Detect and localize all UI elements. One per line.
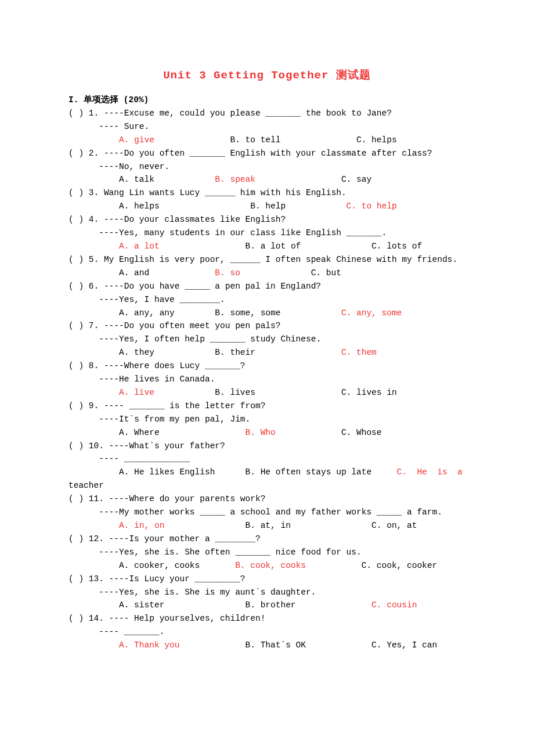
question-stem-2: ---- Sure. <box>68 120 466 134</box>
question-options: A. give B. to tell C. helps <box>68 134 466 147</box>
question-options: A. Thank you B. That`s OK C. Yes, I can <box>68 639 466 652</box>
question: ( ) 4. ----Do your classmates like Engli… <box>68 213 466 253</box>
question-options: A. they B. their C. them <box>68 346 466 359</box>
question-options: A. He likes English B. He often stays up… <box>68 466 466 479</box>
question-stem: ( ) 7. ----Do you often meet you pen pal… <box>68 319 466 333</box>
question-stem-2: ----Yes, I often help _______ study Chin… <box>68 333 466 346</box>
question-options: A. Where B. Who C. Whose <box>68 426 466 440</box>
question: ( ) 7. ----Do you often meet you pen pal… <box>68 319 466 359</box>
question-stem: ( ) 3. Wang Lin wants Lucy ______ him wi… <box>68 186 466 200</box>
question-stem-2: ---- _______. <box>68 625 466 639</box>
question-options: A. and B. so C. but <box>68 267 466 280</box>
question-options: A. any, any B. some, some C. any, some <box>68 307 466 320</box>
question-stem-2: ----No, never. <box>68 160 466 174</box>
page: Unit 3 Getting Together 测试题 I. 单项选择 (20%… <box>0 0 534 756</box>
question: ( ) 10. ----What`s your father? ---- ___… <box>68 440 466 493</box>
question-options: A. talk B. speak C. say <box>68 173 466 186</box>
question-stem: ( ) 2. ----Do you often _______ English … <box>68 147 466 160</box>
question-stem: ( ) 1. ----Excuse me, could you please _… <box>68 107 466 120</box>
question-stem: ( ) 14. ---- Help yourselves, children! <box>68 612 466 625</box>
question-stem-2: ----It`s from my pen pal, Jim. <box>68 413 466 426</box>
question: ( ) 5. My English is very poor, ______ I… <box>68 253 466 280</box>
question-stem-2: ----He lives in Canada. <box>68 373 466 386</box>
question: ( ) 6. ----Do you have _____ a pen pal i… <box>68 280 466 320</box>
question-stem: ( ) 9. ---- _______ is the letter from? <box>68 399 466 413</box>
question-stem: ( ) 5. My English is very poor, ______ I… <box>68 253 466 267</box>
question-options: A. helps B. help C. to help <box>68 200 466 213</box>
question-list: ( ) 1. ----Excuse me, could you please _… <box>68 107 466 652</box>
question-stem-2: ----Yes, many students in our class like… <box>68 226 466 240</box>
question: ( ) 2. ----Do you often _______ English … <box>68 147 466 187</box>
question: ( ) 9. ---- _______ is the letter from? … <box>68 399 466 440</box>
question: ( ) 3. Wang Lin wants Lucy ______ him wi… <box>68 186 466 213</box>
question: ( ) 1. ----Excuse me, could you please _… <box>68 107 466 147</box>
question-options: A. cooker, cooks B. cook, cooks C. cook,… <box>68 559 466 573</box>
question-stem: ( ) 8. ----Where does Lucy _______? <box>68 359 466 373</box>
question: ( ) 12. ----Is your mother a ________? -… <box>68 532 466 573</box>
question-stem-2: ----My mother works _____ a school and m… <box>68 506 466 519</box>
question-stem-2: ----Yes, she is. She is my aunt`s daught… <box>68 586 466 599</box>
question-stem: ( ) 13. ----Is Lucy your _________? <box>68 573 466 586</box>
question: ( ) 11. ----Where do your parents work? … <box>68 492 466 532</box>
question: ( ) 13. ----Is Lucy your _________? ----… <box>68 573 466 613</box>
question-stem: ( ) 4. ----Do your classmates like Engli… <box>68 213 466 226</box>
question-stem: ( ) 12. ----Is your mother a ________? <box>68 532 466 546</box>
question-stem: ( ) 10. ----What`s your father? <box>68 440 466 453</box>
question: ( ) 14. ---- Help yourselves, children! … <box>68 612 466 652</box>
question-options: A. in, on B. at, in C. on, at <box>68 519 466 532</box>
question: ( ) 8. ----Where does Lucy _______? ----… <box>68 359 466 399</box>
section-header: I. 单项选择 (20%) <box>68 93 466 107</box>
question-stem: ( ) 11. ----Where do your parents work? <box>68 492 466 506</box>
question-stem-2: ---- _____________ <box>68 452 466 466</box>
question-option-c-line2: teacher <box>68 479 466 492</box>
question-stem-2: ----Yes, I have ________. <box>68 293 466 307</box>
question-stem-2: ----Yes, she is. She often _______ nice … <box>68 546 466 559</box>
question-options: A. live B. lives C. lives in <box>68 386 466 399</box>
question-stem: ( ) 6. ----Do you have _____ a pen pal i… <box>68 280 466 293</box>
question-options: A. sister B. brother C. cousin <box>68 599 466 612</box>
question-options: A. a lot B. a lot of C. lots of <box>68 240 466 253</box>
page-title: Unit 3 Getting Together 测试题 <box>68 67 466 84</box>
